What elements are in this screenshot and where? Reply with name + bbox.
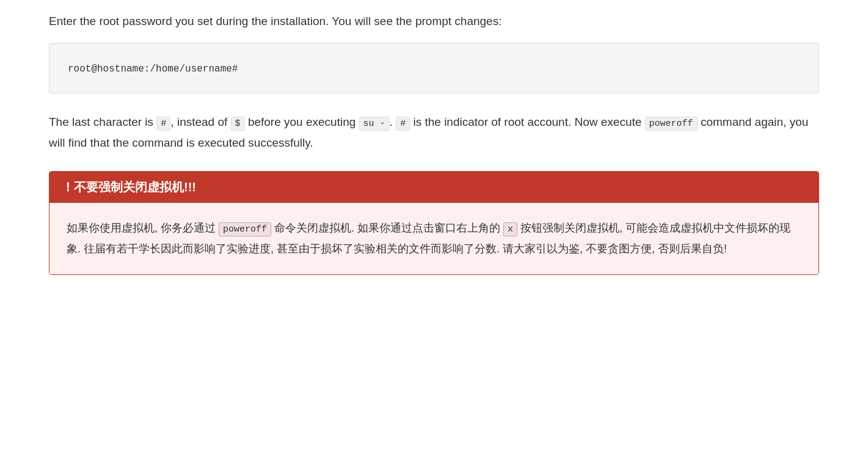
- desc-code5: poweroff: [645, 117, 698, 131]
- code-content: root@hostname:/home/username#: [68, 64, 238, 75]
- desc-part4: .: [390, 115, 396, 128]
- warning-box: ！不要强制关闭虚拟机!!! 如果你使用虚拟机, 你务必通过 poweroff 命…: [49, 171, 819, 275]
- desc-code4: #: [396, 117, 410, 131]
- desc-part1: The last character is: [49, 115, 156, 128]
- desc-code3: su -: [359, 117, 390, 131]
- warning-body-part2: 命令关闭虚拟机. 如果你通过点击窗口右上角的: [271, 222, 503, 234]
- desc-part3: before you executing: [245, 115, 359, 128]
- warning-body: 如果你使用虚拟机, 你务必通过 poweroff 命令关闭虚拟机. 如果你通过点…: [49, 203, 819, 274]
- code-block: root@hostname:/home/username#: [49, 43, 819, 93]
- warning-body-code: poweroff: [219, 222, 271, 236]
- desc-part5: is the indicator of root account. Now ex…: [410, 115, 644, 128]
- warning-header: ！不要强制关闭虚拟机!!!: [49, 172, 819, 203]
- desc-code2: $: [231, 117, 245, 131]
- desc-code1: #: [156, 117, 170, 131]
- intro-text: Enter the root password you set during t…: [49, 12, 819, 31]
- desc-part2: , instead of: [170, 115, 230, 128]
- warning-body-code2: x: [503, 222, 517, 236]
- warning-body-part1: 如果你使用虚拟机, 你务必通过: [67, 222, 219, 234]
- description-text: The last character is #, instead of $ be…: [49, 112, 819, 153]
